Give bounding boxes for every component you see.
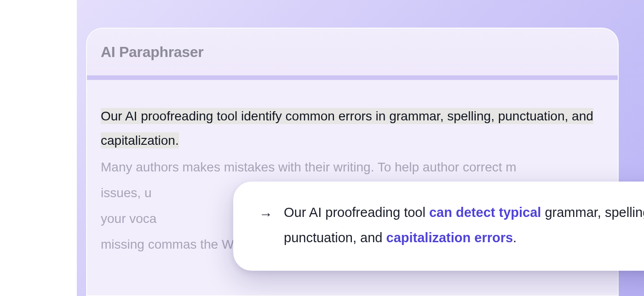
highlighted-text[interactable]: Our AI proofreading tool identify common… xyxy=(101,108,593,148)
titlebar: AI Paraphraser xyxy=(87,28,618,80)
suggestion-popup[interactable]: → Our AI proofreading tool can detect ty… xyxy=(233,182,644,271)
suggestion-text: Our AI proofreading tool can detect typi… xyxy=(284,200,644,250)
app-title: AI Paraphraser xyxy=(101,44,203,61)
suggestion-change-1: can detect typical xyxy=(429,205,541,220)
suggestion-prefix: Our AI proofreading tool xyxy=(284,205,429,220)
suggestion-suffix: . xyxy=(513,230,517,245)
suggestion-change-2: capitalization errors xyxy=(386,230,513,245)
arrow-right-icon: → xyxy=(259,200,273,227)
background-gradient: AI Paraphraser Our AI proofreading tool … xyxy=(77,0,644,296)
highlighted-sentence[interactable]: Our AI proofreading tool identify common… xyxy=(101,108,593,148)
